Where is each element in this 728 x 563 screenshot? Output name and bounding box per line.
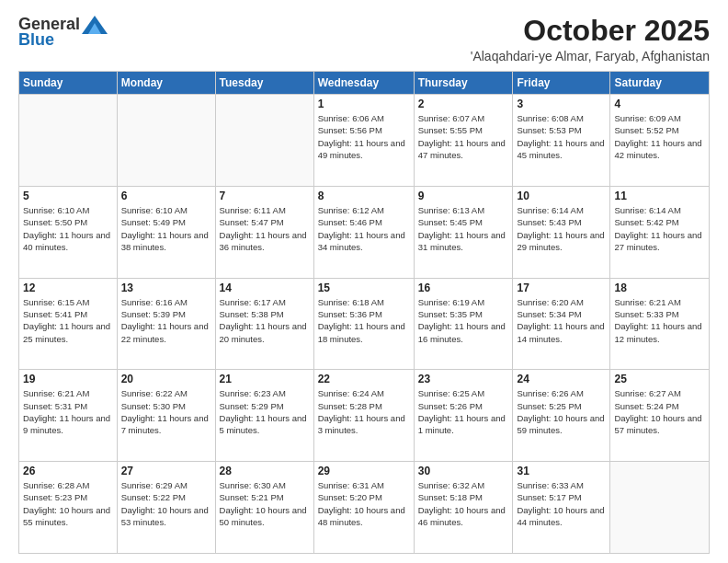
week-row-3: 12Sunrise: 6:15 AM Sunset: 5:41 PM Dayli… [19, 278, 710, 370]
day-cell: 15Sunrise: 6:18 AM Sunset: 5:36 PM Dayli… [313, 278, 414, 370]
day-number: 21 [220, 373, 310, 385]
day-info: Sunrise: 6:16 AM Sunset: 5:39 PM Dayligh… [121, 296, 211, 345]
day-info: Sunrise: 6:20 AM Sunset: 5:34 PM Dayligh… [517, 296, 606, 345]
day-number: 31 [517, 465, 606, 477]
day-info: Sunrise: 6:19 AM Sunset: 5:35 PM Dayligh… [418, 296, 509, 345]
day-cell: 29Sunrise: 6:31 AM Sunset: 5:20 PM Dayli… [313, 462, 414, 554]
day-cell: 8Sunrise: 6:12 AM Sunset: 5:46 PM Daylig… [313, 186, 414, 278]
day-info: Sunrise: 6:29 AM Sunset: 5:22 PM Dayligh… [121, 479, 211, 528]
day-cell: 24Sunrise: 6:26 AM Sunset: 5:25 PM Dayli… [513, 370, 610, 462]
logo-icon [82, 16, 108, 34]
day-info: Sunrise: 6:14 AM Sunset: 5:42 PM Dayligh… [614, 204, 705, 253]
day-info: Sunrise: 6:23 AM Sunset: 5:29 PM Dayligh… [220, 387, 310, 436]
day-cell: 31Sunrise: 6:33 AM Sunset: 5:17 PM Dayli… [513, 462, 610, 554]
day-info: Sunrise: 6:18 AM Sunset: 5:36 PM Dayligh… [318, 296, 410, 345]
calendar: SundayMondayTuesdayWednesdayThursdayFrid… [18, 71, 710, 554]
day-number: 22 [318, 373, 410, 385]
weekday-header-tuesday: Tuesday [215, 72, 313, 95]
day-number: 27 [121, 465, 211, 477]
day-cell: 16Sunrise: 6:19 AM Sunset: 5:35 PM Dayli… [414, 278, 513, 370]
day-info: Sunrise: 6:15 AM Sunset: 5:41 PM Dayligh… [23, 296, 113, 345]
weekday-header-saturday: Saturday [610, 72, 710, 95]
weekday-header-wednesday: Wednesday [313, 72, 414, 95]
location-title: 'Alaqahdari-ye Almar, Faryab, Afghanista… [471, 49, 710, 63]
day-number: 30 [418, 465, 509, 477]
day-number: 11 [614, 190, 705, 202]
day-cell: 11Sunrise: 6:14 AM Sunset: 5:42 PM Dayli… [610, 186, 710, 278]
day-number: 8 [318, 190, 410, 202]
day-number: 1 [318, 98, 410, 110]
day-cell: 25Sunrise: 6:27 AM Sunset: 5:24 PM Dayli… [610, 370, 710, 462]
weekday-header-row: SundayMondayTuesdayWednesdayThursdayFrid… [19, 72, 710, 95]
day-info: Sunrise: 6:10 AM Sunset: 5:50 PM Dayligh… [23, 204, 113, 253]
day-cell: 7Sunrise: 6:11 AM Sunset: 5:47 PM Daylig… [215, 186, 313, 278]
day-info: Sunrise: 6:31 AM Sunset: 5:20 PM Dayligh… [318, 479, 410, 528]
weekday-header-monday: Monday [117, 72, 215, 95]
day-info: Sunrise: 6:10 AM Sunset: 5:49 PM Dayligh… [121, 204, 211, 253]
day-number: 17 [517, 282, 606, 294]
day-info: Sunrise: 6:22 AM Sunset: 5:30 PM Dayligh… [121, 387, 211, 436]
day-cell: 1Sunrise: 6:06 AM Sunset: 5:56 PM Daylig… [313, 95, 414, 187]
day-number: 5 [23, 190, 113, 202]
day-cell: 10Sunrise: 6:14 AM Sunset: 5:43 PM Dayli… [513, 186, 610, 278]
week-row-2: 5Sunrise: 6:10 AM Sunset: 5:50 PM Daylig… [19, 186, 710, 278]
day-cell: 28Sunrise: 6:30 AM Sunset: 5:21 PM Dayli… [215, 462, 313, 554]
day-info: Sunrise: 6:25 AM Sunset: 5:26 PM Dayligh… [418, 387, 509, 436]
day-number: 18 [614, 282, 705, 294]
day-info: Sunrise: 6:27 AM Sunset: 5:24 PM Dayligh… [614, 387, 705, 436]
day-info: Sunrise: 6:28 AM Sunset: 5:23 PM Dayligh… [23, 479, 113, 528]
day-cell: 20Sunrise: 6:22 AM Sunset: 5:30 PM Dayli… [117, 370, 215, 462]
day-number: 29 [318, 465, 410, 477]
day-number: 23 [418, 373, 509, 385]
weekday-header-friday: Friday [513, 72, 610, 95]
logo: General Blue [18, 15, 108, 50]
day-number: 6 [121, 190, 211, 202]
day-cell: 21Sunrise: 6:23 AM Sunset: 5:29 PM Dayli… [215, 370, 313, 462]
day-info: Sunrise: 6:11 AM Sunset: 5:47 PM Dayligh… [220, 204, 310, 253]
day-number: 7 [220, 190, 310, 202]
day-number: 26 [23, 465, 113, 477]
day-number: 4 [614, 98, 705, 110]
day-cell: 5Sunrise: 6:10 AM Sunset: 5:50 PM Daylig… [19, 186, 118, 278]
day-info: Sunrise: 6:17 AM Sunset: 5:38 PM Dayligh… [220, 296, 310, 345]
day-number: 15 [318, 282, 410, 294]
day-info: Sunrise: 6:06 AM Sunset: 5:56 PM Dayligh… [318, 112, 410, 161]
day-info: Sunrise: 6:14 AM Sunset: 5:43 PM Dayligh… [517, 204, 606, 253]
day-info: Sunrise: 6:24 AM Sunset: 5:28 PM Dayligh… [318, 387, 410, 436]
day-cell: 2Sunrise: 6:07 AM Sunset: 5:55 PM Daylig… [414, 95, 513, 187]
day-number: 9 [418, 190, 509, 202]
week-row-4: 19Sunrise: 6:21 AM Sunset: 5:31 PM Dayli… [19, 370, 710, 462]
day-number: 3 [517, 98, 606, 110]
day-cell: 3Sunrise: 6:08 AM Sunset: 5:53 PM Daylig… [513, 95, 610, 187]
day-cell: 23Sunrise: 6:25 AM Sunset: 5:26 PM Dayli… [414, 370, 513, 462]
day-cell: 12Sunrise: 6:15 AM Sunset: 5:41 PM Dayli… [19, 278, 118, 370]
month-title: October 2025 [471, 15, 710, 47]
day-info: Sunrise: 6:12 AM Sunset: 5:46 PM Dayligh… [318, 204, 410, 253]
day-cell: 19Sunrise: 6:21 AM Sunset: 5:31 PM Dayli… [19, 370, 118, 462]
day-number: 25 [614, 373, 705, 385]
day-number: 12 [23, 282, 113, 294]
title-block: October 2025 'Alaqahdari-ye Almar, Farya… [471, 15, 710, 63]
day-cell: 14Sunrise: 6:17 AM Sunset: 5:38 PM Dayli… [215, 278, 313, 370]
day-cell [19, 95, 118, 187]
day-cell: 18Sunrise: 6:21 AM Sunset: 5:33 PM Dayli… [610, 278, 710, 370]
day-cell: 22Sunrise: 6:24 AM Sunset: 5:28 PM Dayli… [313, 370, 414, 462]
day-cell: 6Sunrise: 6:10 AM Sunset: 5:49 PM Daylig… [117, 186, 215, 278]
day-number: 24 [517, 373, 606, 385]
week-row-5: 26Sunrise: 6:28 AM Sunset: 5:23 PM Dayli… [19, 462, 710, 554]
day-info: Sunrise: 6:33 AM Sunset: 5:17 PM Dayligh… [517, 479, 606, 528]
day-number: 20 [121, 373, 211, 385]
day-number: 10 [517, 190, 606, 202]
weekday-header-thursday: Thursday [414, 72, 513, 95]
day-info: Sunrise: 6:13 AM Sunset: 5:45 PM Dayligh… [418, 204, 509, 253]
day-cell: 17Sunrise: 6:20 AM Sunset: 5:34 PM Dayli… [513, 278, 610, 370]
header: General Blue October 2025 'Alaqahdari-ye… [18, 15, 710, 63]
day-number: 16 [418, 282, 509, 294]
day-info: Sunrise: 6:08 AM Sunset: 5:53 PM Dayligh… [517, 112, 606, 161]
day-info: Sunrise: 6:26 AM Sunset: 5:25 PM Dayligh… [517, 387, 606, 436]
day-cell: 9Sunrise: 6:13 AM Sunset: 5:45 PM Daylig… [414, 186, 513, 278]
weekday-header-sunday: Sunday [19, 72, 118, 95]
day-number: 2 [418, 98, 509, 110]
day-cell [117, 95, 215, 187]
day-cell: 4Sunrise: 6:09 AM Sunset: 5:52 PM Daylig… [610, 95, 710, 187]
